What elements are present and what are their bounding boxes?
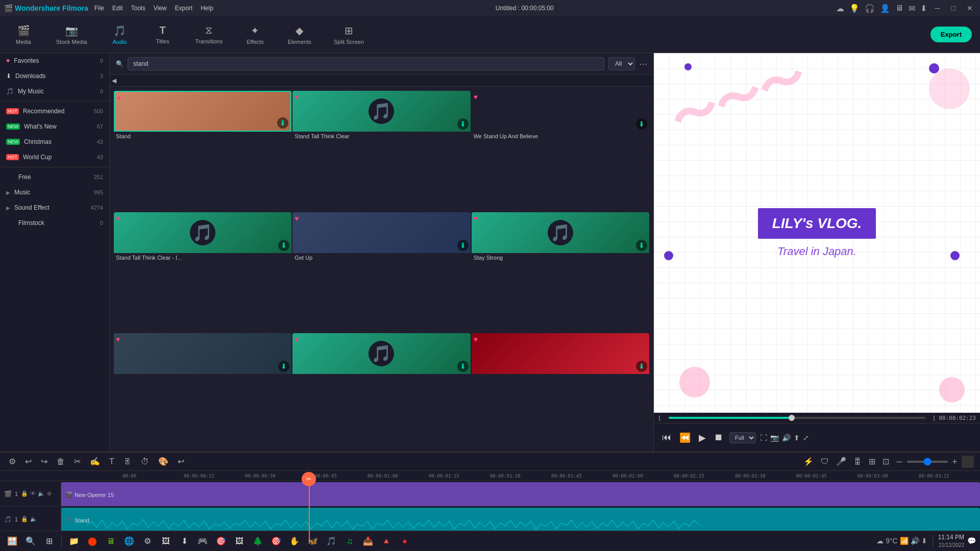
sound-icon[interactable]: 🔊: [911, 537, 919, 545]
app5-icon[interactable]: ⚙: [139, 533, 156, 549]
screen-icon[interactable]: 🖥: [895, 4, 903, 13]
menu-file[interactable]: File: [94, 5, 104, 12]
bulb-icon[interactable]: 💡: [849, 4, 860, 13]
app9-icon[interactable]: 🎯: [213, 533, 229, 549]
app15-icon[interactable]: 🎵: [323, 533, 339, 549]
grid-view-icon[interactable]: ⋯: [639, 59, 647, 69]
dl-icon-9[interactable]: ⬇: [636, 361, 647, 372]
headset-icon[interactable]: 🎧: [865, 4, 875, 13]
tool-stock[interactable]: 📷 Stock Media: [51, 21, 92, 48]
dl-icon-7[interactable]: ⬇: [278, 361, 289, 372]
video-hide-icon[interactable]: ⊗: [47, 490, 52, 497]
tool-transitions[interactable]: ⧖ Transitions: [190, 21, 228, 47]
taskview-icon[interactable]: ⊞: [41, 533, 57, 549]
export-frame-icon[interactable]: ⬆: [794, 434, 800, 442]
menu-tools[interactable]: Tools: [131, 5, 145, 12]
menu-help[interactable]: Help: [201, 5, 213, 12]
zoom-in-button[interactable]: +: [950, 456, 960, 468]
dl-icon-4[interactable]: ⬇: [278, 240, 289, 251]
network-icon[interactable]: 📶: [900, 537, 909, 545]
timeline-speed-button[interactable]: ⏱: [138, 456, 152, 468]
timeline-mix-button[interactable]: 🎛: [851, 456, 864, 468]
mail-icon[interactable]: ✉: [909, 4, 915, 13]
timeline-shield-button[interactable]: 🛡: [818, 456, 831, 468]
zoom-out-button[interactable]: ─: [894, 456, 904, 468]
media-item-7[interactable]: ♥ ⬇: [114, 333, 291, 447]
timeline-cut-button[interactable]: ✂: [71, 455, 83, 468]
sidebar-item-mymusic[interactable]: 🎵 My Music 0: [0, 84, 109, 99]
export-button[interactable]: Export: [930, 27, 972, 42]
app12-icon[interactable]: 🎯: [268, 533, 284, 549]
gpu-icon[interactable]: 🖥: [103, 533, 119, 549]
opera-icon[interactable]: ⬤: [84, 533, 101, 549]
more-icon[interactable]: ⤢: [803, 434, 809, 442]
filter-select[interactable]: All: [608, 57, 635, 70]
timeline-split2-button[interactable]: ⊞: [866, 455, 878, 468]
tool-audio[interactable]: 🎵 Audio: [105, 21, 135, 48]
app7-icon[interactable]: ⬇: [176, 533, 192, 549]
menu-view[interactable]: View: [154, 5, 167, 12]
timeline-settings-button[interactable]: ⚙: [6, 455, 18, 468]
fullscreen-icon[interactable]: ⛶: [760, 434, 767, 442]
maximize-button[interactable]: □: [948, 4, 959, 12]
timeline-crop-button[interactable]: ⊡: [880, 455, 892, 468]
video-clip-1[interactable]: 🎬 New Opener 15: [61, 482, 980, 506]
sidebar-item-free[interactable]: Free 251: [0, 169, 109, 185]
sidebar-item-recommended[interactable]: HOT Recommended 500: [0, 104, 109, 119]
stop-button[interactable]: ⏹: [712, 430, 725, 445]
timeline-undo-button[interactable]: ↩: [22, 455, 34, 468]
step-back-button[interactable]: ⏪: [677, 430, 693, 445]
download-sys-icon[interactable]: ⬇: [921, 537, 927, 545]
preview-progress-handle[interactable]: [789, 415, 795, 421]
video-mute-icon[interactable]: 🔈: [38, 490, 45, 497]
search-input[interactable]: [128, 57, 604, 70]
tool-split[interactable]: ⊞ Split Screen: [329, 21, 369, 48]
media-item-2[interactable]: ♥ 🎵 ⬇ Stand Tall Think Clear: [292, 91, 470, 211]
sidebar-item-music[interactable]: ▶ Music 995: [0, 185, 109, 200]
timeline-mic-button[interactable]: 🎤: [834, 455, 849, 468]
video-eye-icon[interactable]: 👁: [30, 490, 36, 497]
tool-titles[interactable]: T Titles: [148, 21, 178, 47]
weather-icon[interactable]: ☁: [876, 537, 884, 545]
spotify-icon[interactable]: ♫: [341, 533, 358, 549]
video-lock-icon[interactable]: 🔒: [21, 490, 28, 497]
start-button[interactable]: 🪟: [4, 533, 20, 549]
timeline-more-button[interactable]: ↩: [175, 455, 187, 468]
app14-icon[interactable]: 🦋: [305, 533, 321, 549]
audio-mute-icon[interactable]: 🔈: [30, 516, 37, 522]
sidebar-item-worldcup[interactable]: HOT World Cup 43: [0, 149, 109, 165]
screenshot-icon[interactable]: 📷: [770, 434, 779, 442]
dl-icon-8[interactable]: ⬇: [457, 361, 469, 372]
app10-icon[interactable]: 🖼: [231, 533, 248, 549]
minimize-button[interactable]: ─: [932, 4, 943, 12]
search-taskbar-icon[interactable]: 🔍: [22, 533, 39, 549]
app17-icon[interactable]: ●: [397, 533, 413, 549]
zoom-lock[interactable]: [962, 456, 974, 468]
media-item-6[interactable]: ♥ 🎵 ⬇ Stay Strong: [472, 212, 649, 333]
dl-icon-6[interactable]: ⬇: [636, 240, 647, 251]
video-track-body[interactable]: 🎬 New Opener 15: [61, 481, 980, 506]
tool-media[interactable]: 🎬 Media: [8, 21, 39, 48]
sidebar-item-favorites[interactable]: ♥ Favorites 0: [0, 53, 109, 68]
dl-icon-3[interactable]: ⬇: [636, 118, 647, 130]
close-button[interactable]: ✕: [964, 4, 976, 12]
panel-collapse-button[interactable]: ◀: [110, 75, 118, 86]
media-item-5[interactable]: ♥ ⬇ Get Up: [292, 212, 470, 333]
sidebar-item-whatsnew[interactable]: NEW What's New 67: [0, 119, 109, 134]
sidebar-item-christmas[interactable]: NEW Christmas 43: [0, 134, 109, 149]
files-icon[interactable]: 📁: [66, 533, 82, 549]
timeline-fx-button[interactable]: ⚡: [801, 455, 816, 468]
timeline-delete-button[interactable]: 🗑: [54, 456, 67, 468]
app8-icon[interactable]: 🎮: [194, 533, 211, 549]
chrome-icon[interactable]: 🌐: [121, 533, 137, 549]
audio-track-body[interactable]: 🎵 Stand: [61, 507, 980, 532]
tool-elements[interactable]: ◆ Elements: [283, 21, 316, 48]
notification-icon[interactable]: 💬: [967, 537, 976, 545]
audio-clip-1[interactable]: 🎵 Stand: [61, 508, 980, 532]
play-button[interactable]: ▶: [697, 430, 708, 445]
audio-lock-icon[interactable]: 🔒: [21, 516, 28, 522]
sidebar-item-soundeffect[interactable]: ▶ Sound Effect 4274: [0, 200, 109, 215]
media-item-4[interactable]: ♥ 🎵 ⬇ Stand Tall Think Clear - I...: [114, 212, 291, 333]
sidebar-item-filmstock[interactable]: Filmstock 0: [0, 215, 109, 231]
app16-icon[interactable]: 📥: [360, 533, 376, 549]
